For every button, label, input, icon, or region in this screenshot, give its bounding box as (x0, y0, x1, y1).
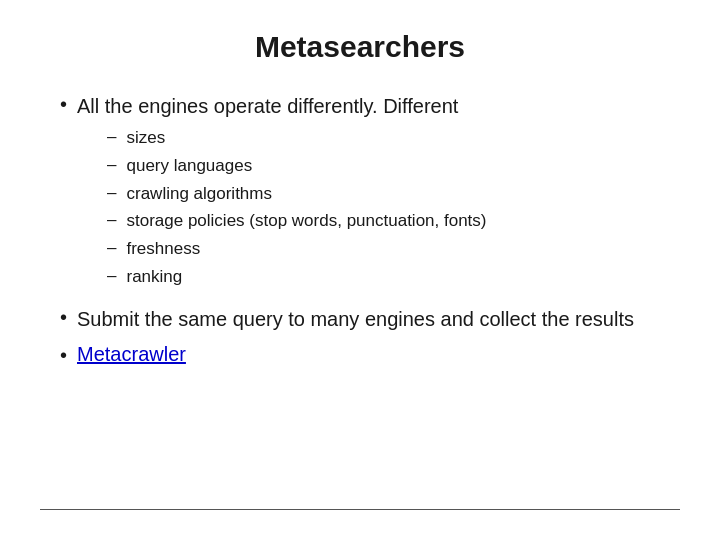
sub-list-1: – sizes – query languages – crawling alg… (77, 126, 487, 289)
bullet-text-span-1: All the engines operate differently. Dif… (77, 95, 458, 117)
sub-text-6: ranking (126, 265, 182, 289)
sub-item-2: – query languages (107, 154, 487, 178)
dash-4: – (107, 210, 116, 230)
bullet-text-2: Submit the same query to many engines an… (77, 305, 634, 333)
bullet-item-1: • All the engines operate differently. D… (60, 92, 660, 295)
sub-text-3: crawling algorithms (126, 182, 272, 206)
sub-text-2: query languages (126, 154, 252, 178)
sub-item-3: – crawling algorithms (107, 182, 487, 206)
slide-title: Metasearchers (60, 30, 660, 64)
sub-item-1: – sizes (107, 126, 487, 150)
slide-content: • All the engines operate differently. D… (60, 92, 660, 500)
sub-text-5: freshness (126, 237, 200, 261)
metacrawler-link[interactable]: Metacrawler (77, 343, 186, 366)
dash-1: – (107, 127, 116, 147)
bullet-symbol-2: • (60, 306, 67, 329)
dash-5: – (107, 238, 116, 258)
sub-text-4: storage policies (stop words, punctuatio… (126, 209, 486, 233)
sub-text-1: sizes (126, 126, 165, 150)
dash-2: – (107, 155, 116, 175)
sub-item-5: – freshness (107, 237, 487, 261)
slide: Metasearchers • All the engines operate … (0, 0, 720, 540)
bullet-symbol-1: • (60, 93, 67, 116)
bullet-symbol-3: • (60, 344, 67, 367)
bullet-item-3: • Metacrawler (60, 343, 660, 367)
dash-6: – (107, 266, 116, 286)
bottom-rule (40, 509, 680, 511)
bullet-item-2: • Submit the same query to many engines … (60, 305, 660, 333)
sub-item-6: – ranking (107, 265, 487, 289)
sub-item-4: – storage policies (stop words, punctuat… (107, 209, 487, 233)
bullet-text-1: All the engines operate differently. Dif… (77, 92, 487, 295)
dash-3: – (107, 183, 116, 203)
